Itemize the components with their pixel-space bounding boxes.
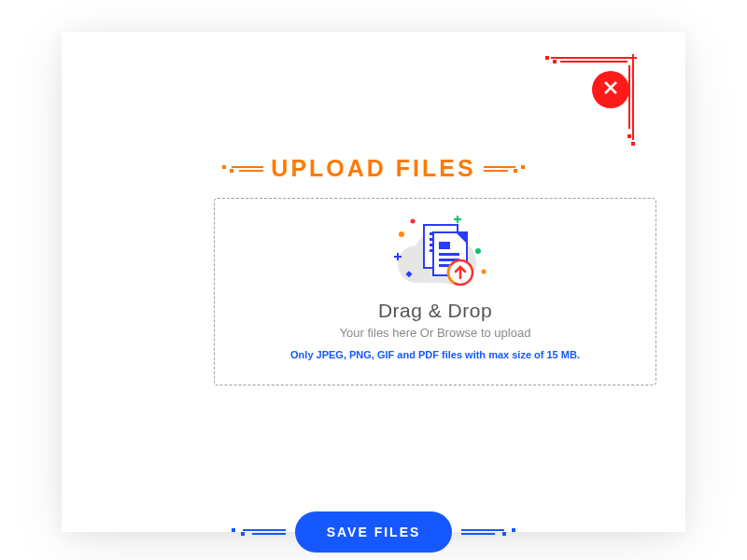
title-ornament-right (484, 162, 525, 175)
modal-title: UPLOAD FILES (271, 155, 475, 182)
title-ornament-left (222, 162, 263, 175)
upload-illustration-icon (360, 208, 510, 301)
svg-rect-52 (502, 532, 506, 536)
file-dropzone[interactable]: Drag & Drop Your files here Or Browse to… (214, 198, 656, 385)
svg-rect-47 (232, 528, 235, 532)
svg-rect-6 (631, 142, 635, 146)
svg-point-36 (399, 231, 404, 237)
dropzone-hint: Only JPEG, PNG, GIF and PDF files with m… (290, 349, 580, 360)
svg-rect-30 (439, 253, 459, 256)
svg-rect-16 (521, 165, 525, 169)
svg-point-43 (411, 219, 416, 224)
svg-rect-7 (627, 134, 631, 138)
svg-rect-17 (514, 169, 517, 173)
svg-rect-48 (241, 532, 245, 536)
save-files-button[interactable]: SAVE FILES (295, 511, 453, 553)
modal-title-row: UPLOAD FILES (62, 155, 685, 182)
upload-modal: UPLOAD FILES (62, 32, 685, 532)
svg-rect-12 (222, 165, 226, 169)
dropzone-heading: Drag & Drop (378, 300, 492, 322)
svg-rect-29 (439, 242, 450, 249)
svg-point-44 (482, 270, 486, 274)
save-ornament-left (232, 525, 286, 539)
svg-rect-5 (553, 60, 557, 63)
svg-rect-13 (230, 169, 233, 173)
save-ornament-right (461, 525, 515, 539)
close-icon (603, 80, 618, 99)
svg-rect-4 (545, 56, 549, 60)
save-row: SAVE FILES (62, 511, 685, 553)
dropzone-subheading: Your files here Or Browse to upload (340, 326, 531, 340)
svg-point-37 (475, 248, 481, 254)
svg-rect-51 (512, 528, 515, 532)
close-button[interactable] (592, 71, 629, 108)
